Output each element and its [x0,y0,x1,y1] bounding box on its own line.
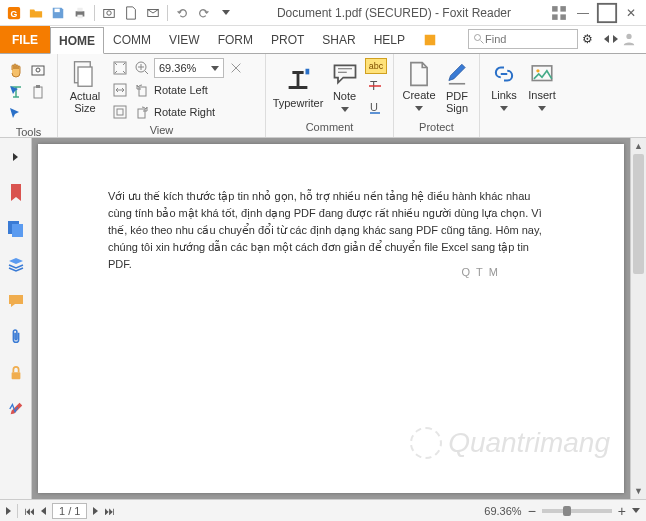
page-counter[interactable]: 1 / 1 [52,503,87,519]
scroll-up-icon[interactable]: ▲ [631,138,646,154]
tab-file[interactable]: FILE [0,26,50,53]
rotate-right-label[interactable]: Rotate Right [154,106,215,118]
svg-rect-9 [552,6,558,12]
chevron-down-icon [538,106,546,111]
document-icon[interactable] [121,3,141,23]
tab-share[interactable]: SHAR [313,26,364,53]
next-page-icon[interactable] [93,507,98,515]
svg-text:U: U [370,101,378,113]
svg-rect-17 [32,66,44,75]
panel-toggle-icon[interactable] [4,142,28,172]
save-icon[interactable] [48,3,68,23]
select-annotation-icon[interactable] [6,104,26,124]
layers-icon[interactable] [4,250,28,280]
nav-next-icon[interactable] [613,35,618,43]
close-icon[interactable]: ✕ [620,3,642,23]
qat-dropdown-icon[interactable] [216,3,236,23]
zoom-out-icon[interactable]: − [528,503,536,519]
underline-icon[interactable]: U [365,98,385,118]
actual-size-button[interactable]: Actual Size [64,56,106,118]
tab-view[interactable]: VIEW [160,26,209,53]
first-page-icon[interactable]: ⏮ [24,505,35,517]
svg-point-18 [36,68,40,72]
note-button[interactable]: Note [326,56,363,118]
redo-icon[interactable] [194,3,214,23]
undo-icon[interactable] [172,3,192,23]
open-icon[interactable] [26,3,46,23]
tab-protect[interactable]: PROT [262,26,313,53]
comments-icon[interactable] [4,286,28,316]
prev-page-icon[interactable] [41,507,46,515]
zoom-reset-icon[interactable] [226,58,246,78]
links-button[interactable]: Links [486,56,522,118]
svg-point-15 [475,35,481,41]
svg-rect-19 [34,87,42,98]
zoom-in-icon[interactable]: + [618,503,626,519]
security-icon[interactable] [4,358,28,388]
snapshot-tool-icon[interactable] [28,60,48,80]
svg-rect-26 [139,87,146,96]
tab-help[interactable]: HELP [365,26,414,53]
zoom-slider[interactable] [542,509,612,513]
rotate-left-label[interactable]: Rotate Left [154,84,208,96]
document-viewport[interactable]: Với ưu thế kích thước tập tin nhỏ gọn, h… [32,138,630,499]
svg-rect-28 [117,109,123,115]
zoom-menu-icon[interactable] [632,508,640,513]
select-text-icon[interactable] [6,82,26,102]
print-icon[interactable] [70,3,90,23]
page: Với ưu thế kích thước tập tin nhỏ gọn, h… [38,144,624,493]
clipboard-icon[interactable] [28,82,48,102]
ribbon-options-icon[interactable] [548,3,570,23]
create-button[interactable]: Create [400,56,438,118]
search-icon [473,33,485,45]
pdf-sign-button[interactable]: PDF Sign [440,56,474,118]
rotate-right-icon[interactable] [132,102,152,122]
actual-size-label: Actual Size [70,90,101,114]
search-box[interactable] [468,29,578,49]
scroll-down-icon[interactable]: ▼ [631,483,646,499]
rotate-left-icon[interactable] [132,80,152,100]
settings-icon[interactable]: ⚙ [582,32,600,46]
group-view-label: View [64,124,259,137]
bookmarks-icon[interactable] [4,178,28,208]
navigation-panel [0,138,32,499]
qtm-text: QTM [462,264,504,281]
zoom-in-icon[interactable] [132,58,152,78]
tab-comment[interactable]: COMM [104,26,160,53]
main-area: Với ưu thế kích thước tập tin nhỏ gọn, h… [0,138,646,499]
highlight-icon[interactable]: abc [365,58,387,74]
insert-button[interactable]: Insert [524,56,560,118]
separator [167,5,168,21]
search-input[interactable] [485,33,565,45]
typewriter-button[interactable]: Typewriter [272,56,324,118]
chevron-down-icon [341,107,349,112]
app-icon[interactable]: G [4,3,24,23]
svg-rect-20 [36,85,40,88]
scroll-thumb[interactable] [633,154,644,274]
user-icon[interactable] [622,32,640,46]
hand-tool-icon[interactable] [6,60,26,80]
snapshot-icon[interactable] [99,3,119,23]
tab-home[interactable]: HOME [50,27,104,54]
fit-visible-icon[interactable] [110,102,130,122]
sidebar-expand-icon[interactable] [6,507,11,515]
last-page-icon[interactable]: ⏭ [104,505,115,517]
tab-extras-icon[interactable] [414,26,446,53]
zoom-combo[interactable]: 69.36% [154,58,224,78]
tab-form[interactable]: FORM [209,26,262,53]
nav-prev-icon[interactable] [604,35,609,43]
pages-icon[interactable] [4,214,28,244]
minimize-icon[interactable]: — [572,3,594,23]
email-icon[interactable] [143,3,163,23]
vertical-scrollbar[interactable]: ▲ ▼ [630,138,646,499]
strikeout-icon[interactable]: T [365,76,385,96]
signatures-icon[interactable] [4,394,28,424]
svg-rect-30 [306,69,310,75]
menu-tab-bar: FILE HOME COMM VIEW FORM PROT SHAR HELP … [0,26,646,54]
fit-width-icon[interactable] [110,80,130,100]
attachments-icon[interactable] [4,322,28,352]
fit-page-icon[interactable] [110,58,130,78]
maximize-icon[interactable] [596,3,618,23]
chevron-down-icon [415,106,423,111]
note-label: Note [333,90,356,102]
